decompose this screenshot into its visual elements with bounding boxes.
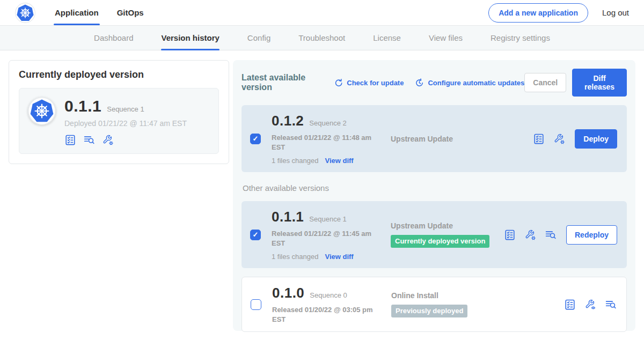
deployed-version-number: 0.1.1 bbox=[64, 97, 101, 115]
deploy-logs-icon[interactable] bbox=[83, 134, 95, 146]
add-new-application-button[interactable]: Add a new application bbox=[488, 3, 588, 23]
released-timestamp: Released 01/20/22 @ 03:05 pm EST bbox=[272, 305, 377, 324]
configure-automatic-updates-link[interactable]: Configure automatic updates bbox=[414, 78, 524, 88]
view-config-icon[interactable] bbox=[584, 299, 596, 311]
version-source-label: Upstream Update bbox=[391, 135, 533, 143]
version-row-0-1-1: ✓ 0.1.1 Sequence 1 Released 01/21/22 @ 1… bbox=[241, 201, 627, 268]
release-notes-icon[interactable] bbox=[64, 134, 76, 146]
deploy-button[interactable]: Deploy bbox=[575, 129, 617, 149]
deploy-logs-icon[interactable] bbox=[605, 299, 617, 311]
check-for-update-label: Check for update bbox=[347, 79, 404, 87]
kubernetes-logo-icon bbox=[28, 97, 56, 125]
tab-license[interactable]: License bbox=[373, 26, 401, 50]
app-icon bbox=[28, 97, 56, 125]
tab-config[interactable]: Config bbox=[247, 26, 270, 50]
top-nav: Application GitOps Add a new application… bbox=[0, 0, 644, 26]
view-diff-link[interactable]: View diff bbox=[325, 157, 353, 165]
kubernetes-logo-icon bbox=[15, 3, 35, 23]
clock-refresh-icon bbox=[414, 78, 425, 88]
configure-automatic-updates-label: Configure automatic updates bbox=[428, 79, 524, 87]
files-changed-label: 1 files changed bbox=[272, 157, 318, 165]
version-checkbox[interactable] bbox=[251, 299, 261, 310]
topnav-tab-application[interactable]: Application bbox=[55, 0, 99, 25]
kots-admin-console: Application GitOps Add a new application… bbox=[0, 0, 644, 340]
deployed-timestamp: Deployed 01/21/22 @ 11:47 am EST bbox=[64, 119, 187, 128]
diff-releases-button[interactable]: Diff releases bbox=[572, 69, 627, 97]
topnav-tab-gitops[interactable]: GitOps bbox=[117, 0, 144, 25]
version-number: 0.1.1 bbox=[272, 209, 304, 225]
version-checkbox[interactable]: ✓ bbox=[250, 134, 261, 144]
version-source-label: Upstream Update bbox=[391, 221, 504, 230]
latest-available-title: Latest available version bbox=[241, 73, 323, 92]
release-notes-icon[interactable] bbox=[564, 299, 576, 311]
config-icon[interactable] bbox=[102, 134, 114, 146]
refresh-icon bbox=[333, 78, 343, 88]
config-icon[interactable] bbox=[553, 133, 565, 145]
config-icon[interactable] bbox=[524, 229, 536, 241]
app-logo[interactable] bbox=[15, 0, 35, 25]
tab-dashboard[interactable]: Dashboard bbox=[94, 26, 133, 50]
app-sub-nav: Dashboard Version history Config Trouble… bbox=[0, 26, 644, 50]
version-row-0-1-0: 0.1.0 Sequence 0 Released 01/20/22 @ 03:… bbox=[241, 277, 627, 332]
version-source-label: Online Install bbox=[391, 291, 564, 300]
version-history-page: Currently deployed version 0.1.1 Sequenc… bbox=[0, 50, 644, 340]
version-checkbox[interactable]: ✓ bbox=[250, 230, 261, 240]
deploy-logs-icon[interactable] bbox=[545, 229, 557, 241]
version-number: 0.1.2 bbox=[272, 113, 304, 129]
logout-link[interactable]: Log out bbox=[602, 8, 629, 17]
cancel-button[interactable]: Cancel bbox=[524, 73, 566, 92]
release-notes-icon[interactable] bbox=[504, 229, 516, 241]
sequence-label: Sequence 1 bbox=[309, 215, 346, 223]
released-timestamp: Released 01/21/22 @ 11:45 am EST bbox=[272, 229, 377, 248]
available-versions-panel: Latest available version Check for updat… bbox=[233, 60, 635, 331]
tab-version-history[interactable]: Version history bbox=[161, 26, 219, 50]
currently-deployed-card: Currently deployed version 0.1.1 Sequenc… bbox=[9, 60, 229, 164]
release-notes-icon[interactable] bbox=[533, 133, 545, 145]
released-timestamp: Released 01/21/22 @ 11:48 am EST bbox=[272, 133, 377, 152]
sequence-label: Sequence 0 bbox=[310, 291, 347, 299]
tab-view-files[interactable]: View files bbox=[429, 26, 463, 50]
deployed-version-tile: 0.1.1 Sequence 1 Deployed 01/21/22 @ 11:… bbox=[19, 88, 219, 154]
sequence-label: Sequence 2 bbox=[309, 119, 346, 127]
panel-header: Latest available version Check for updat… bbox=[241, 69, 627, 97]
currently-deployed-badge: Currently deployed version bbox=[391, 235, 489, 248]
redeploy-button[interactable]: Redeploy bbox=[566, 225, 617, 245]
version-number: 0.1.0 bbox=[272, 285, 304, 301]
deployed-sequence-label: Sequence 1 bbox=[107, 105, 144, 113]
other-available-versions-title: Other available versions bbox=[243, 183, 627, 193]
view-diff-link[interactable]: View diff bbox=[325, 253, 353, 261]
check-for-update-link[interactable]: Check for update bbox=[333, 78, 404, 88]
tab-registry-settings[interactable]: Registry settings bbox=[491, 26, 550, 50]
version-row-0-1-2: ✓ 0.1.2 Sequence 2 Released 01/21/22 @ 1… bbox=[241, 105, 627, 172]
currently-deployed-title: Currently deployed version bbox=[19, 69, 219, 80]
files-changed-label: 1 files changed bbox=[272, 253, 318, 261]
topnav-spacer bbox=[162, 0, 488, 25]
previously-deployed-badge: Previously deployed bbox=[391, 305, 467, 317]
tab-troubleshoot[interactable]: Troubleshoot bbox=[298, 26, 345, 50]
